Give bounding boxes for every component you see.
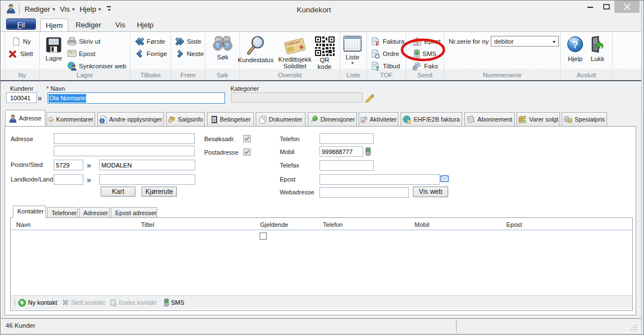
svg-text:?: ? xyxy=(572,40,578,50)
svg-text:T: T xyxy=(376,66,379,71)
svg-text:F: F xyxy=(376,41,379,46)
svg-text:12: 12 xyxy=(361,119,365,122)
svg-text:§: § xyxy=(213,117,215,122)
